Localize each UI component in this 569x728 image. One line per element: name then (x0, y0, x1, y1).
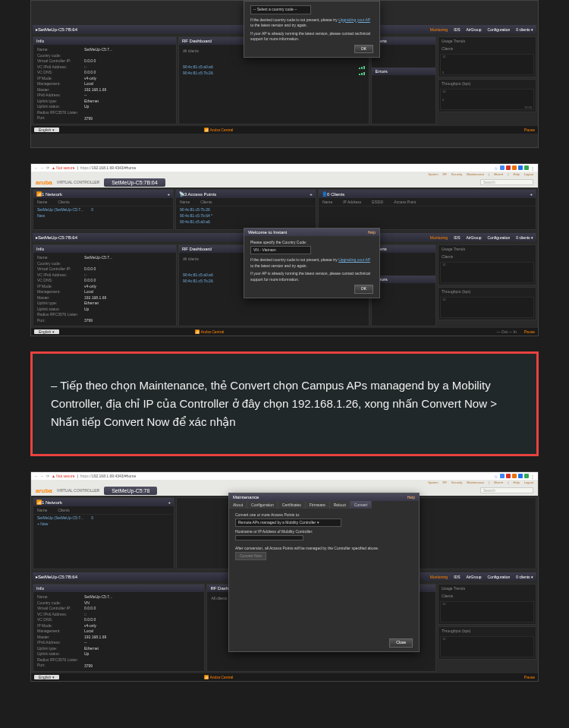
country-select[interactable]: VN - Vietnam (250, 246, 311, 255)
new-link[interactable]: New (37, 213, 45, 218)
ext-icon[interactable] (512, 165, 517, 170)
forward-icon[interactable]: → (40, 165, 44, 170)
nav-more[interactable]: More ▾ (494, 172, 503, 176)
reload-icon[interactable]: ⟳ (46, 474, 49, 478)
pause-button[interactable]: Pause (524, 128, 535, 132)
close-button[interactable]: Close (389, 638, 413, 648)
nav-security[interactable]: Security (451, 172, 462, 176)
nav-maintenance[interactable]: Maintenance (467, 481, 484, 484)
usage-header: Usage Trends (439, 245, 536, 253)
ssid-label: SetMeUp-C5:7B:64 (38, 235, 77, 240)
tab-ids[interactable]: IDS (454, 575, 460, 579)
callout-text: – Tiếp theo chọn Maintenance, thẻ Conver… (51, 377, 518, 431)
help-link[interactable]: Help (407, 495, 415, 500)
nav-system[interactable]: System (428, 481, 438, 484)
controller-ip-input[interactable] (235, 535, 303, 540)
nav-logout[interactable]: Logout (524, 481, 533, 484)
ext-icon[interactable] (524, 165, 529, 170)
nav-rf[interactable]: RF (443, 172, 447, 176)
back-icon[interactable]: ← (34, 474, 38, 478)
tab-clients[interactable]: 0 clients ▾ (516, 27, 533, 32)
tab-firmware[interactable]: Firmware (306, 501, 330, 509)
ext-icon[interactable] (500, 474, 505, 478)
ap-row[interactable]: 90:4c:81:c5:a0:a6 (176, 219, 316, 225)
footer: English ▾ 📶 Aruba Central Pause (31, 673, 538, 681)
tab-reboot[interactable]: Reboot (330, 501, 351, 509)
convert-now-button[interactable]: Convert Now (235, 552, 266, 561)
modal-line2: If your AP is already running the latest… (250, 271, 373, 282)
nav-system[interactable]: System (428, 172, 438, 176)
rf-ap-row[interactable]: 90:4c:81:c5:a0:a6 (183, 273, 213, 277)
nav-more[interactable]: More ▾ (494, 481, 503, 484)
ok-button[interactable]: OK (354, 285, 373, 294)
ext-icon[interactable] (518, 474, 523, 478)
ssid-tab[interactable]: SetMeUp-C5:78 (104, 487, 157, 495)
ext-icon[interactable] (506, 165, 511, 170)
network-item[interactable]: SetMeUp (SetMeUp-C5:7...0 (33, 515, 174, 521)
nav-help[interactable]: Help (514, 481, 520, 484)
ext-icon[interactable] (512, 474, 517, 478)
nav-help[interactable]: Help (514, 172, 520, 176)
convert-type-select[interactable]: Remote APs managed by a Mobility Control… (235, 518, 341, 528)
network-header: 📶 1 Network+ (33, 190, 173, 198)
pause-button[interactable]: Pause (524, 675, 535, 679)
upgrade-link[interactable]: Upgrading your AP (338, 257, 370, 262)
tab-clients[interactable]: 0 clients ▾ (516, 575, 533, 579)
nav-maintenance[interactable]: Maintenance (467, 172, 484, 176)
tab-about[interactable]: About (229, 501, 247, 509)
language-select[interactable]: English ▾ (34, 329, 59, 334)
rf-ap-row[interactable]: 90:4c:81:c5:7b:26 (183, 279, 213, 283)
tab-config[interactable]: Configuration (247, 501, 278, 509)
nav-logout[interactable]: Logout (524, 172, 533, 176)
rf-ap-row[interactable]: 90:4c:81:c5:a0:a6 (183, 65, 213, 69)
ok-button[interactable]: OK (354, 45, 373, 54)
tab-ids[interactable]: IDS (454, 27, 460, 32)
tab-airgroup[interactable]: AirGroup (467, 575, 482, 579)
tab-ids[interactable]: IDS (454, 235, 460, 240)
menu-icon[interactable]: ⋮ (530, 165, 535, 170)
help-link[interactable]: Help (368, 230, 376, 235)
rf-ap-row[interactable]: 90:4c:81:c5:7b:26 (183, 71, 213, 75)
ap-row[interactable]: 90:4c:81:c5:7b:64 * (176, 213, 316, 219)
back-icon[interactable]: ← (34, 165, 38, 170)
tab-config[interactable]: Configuration (488, 235, 511, 240)
search-input[interactable]: Search (480, 179, 533, 185)
forward-icon[interactable]: → (40, 474, 44, 478)
language-select[interactable]: English ▾ (34, 675, 59, 679)
tab-monitoring[interactable]: Monitoring (430, 575, 448, 579)
ext-icon[interactable] (506, 474, 511, 478)
tab-certs[interactable]: Certificates (278, 501, 306, 509)
tab-airgroup[interactable]: AirGroup (467, 27, 482, 32)
search-input[interactable]: Search (480, 487, 533, 493)
address-bar[interactable]: 192.168.1.69:4343/#home (92, 474, 136, 478)
aruba-central-link[interactable]: 📶 Aruba Central (204, 675, 233, 679)
star-icon[interactable]: ☆ (494, 474, 498, 478)
country-select[interactable]: -- Select a country code -- (250, 5, 311, 14)
aruba-central-link[interactable]: 📶 Aruba Central (195, 329, 224, 334)
ext-icon[interactable] (500, 165, 505, 170)
menu-icon[interactable]: ⋮ (530, 474, 535, 478)
language-select[interactable]: English ▾ (34, 128, 59, 132)
extension-icons: ☆ ⋮ (494, 474, 535, 478)
address-bar[interactable]: 192.168.1.69:4343/#home (92, 165, 136, 170)
tab-monitoring[interactable]: Monitoring (430, 235, 448, 240)
upgrade-link[interactable]: Upgrading your AP (338, 17, 370, 22)
ext-icon[interactable] (518, 165, 523, 170)
tab-clients[interactable]: 0 clients ▾ (516, 235, 533, 240)
tab-config[interactable]: Configuration (488, 575, 511, 579)
tab-convert[interactable]: Convert (351, 501, 373, 509)
new-link[interactable]: + New (37, 522, 48, 526)
tab-config[interactable]: Configuration (488, 27, 511, 32)
pause-button[interactable]: Pause (524, 329, 535, 334)
network-item[interactable]: SetMeUp (SetMeUp-C5:7...0 (33, 206, 173, 213)
aruba-central-link[interactable]: 📶 Aruba Central (204, 128, 233, 132)
ssid-tab[interactable]: SetMeUp-C5:7B:64 (104, 178, 165, 187)
star-icon[interactable]: ☆ (494, 165, 498, 170)
tab-monitoring[interactable]: Monitoring (430, 27, 448, 32)
ext-icon[interactable] (524, 474, 529, 478)
reload-icon[interactable]: ⟳ (46, 165, 49, 170)
nav-rf[interactable]: RF (443, 481, 447, 484)
tab-airgroup[interactable]: AirGroup (467, 235, 482, 240)
nav-security[interactable]: Security (451, 481, 462, 484)
ap-row[interactable]: 90:4c:81:c5:7b:26 (176, 206, 316, 213)
